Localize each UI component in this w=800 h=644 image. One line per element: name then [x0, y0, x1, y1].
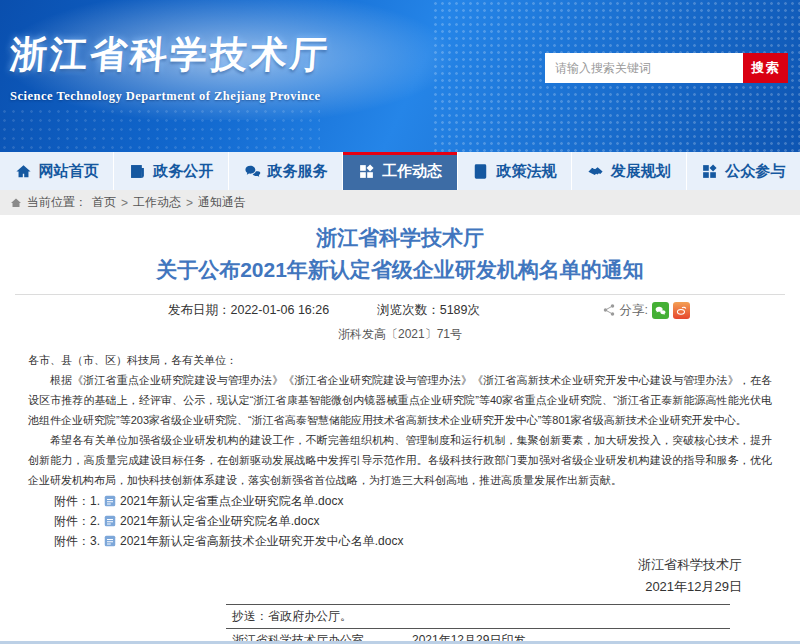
article-title: 浙江省科学技术厅 关于公布2021年新认定省级企业研发机构名单的通知	[28, 223, 772, 287]
search-bar: 搜索	[545, 53, 788, 83]
article-meta: 发布日期：2022-01-06 16:26 浏览次数：5189次 分享:	[28, 298, 772, 322]
site-header: 浙江省科学技术厅 Science Technology Department o…	[0, 0, 800, 152]
cc-line: 抄送：省政府办公厅。	[226, 605, 730, 629]
view-count-value: 5189次	[440, 303, 480, 317]
main-nav: 网站首页 政务公开 政务服务 工作动态 政策法规 发展规划 公众参与	[0, 152, 800, 190]
publish-date-label: 发布日期：	[168, 303, 231, 317]
nav-item-label: 网站首页	[39, 162, 99, 181]
document-lines-icon	[472, 163, 489, 180]
publish-date: 发布日期：2022-01-06 16:26	[168, 302, 329, 319]
print-date: 2021年12月29日印发	[412, 632, 525, 641]
share-label: 分享:	[620, 302, 648, 319]
attachment-label: 附件：3.	[54, 533, 100, 550]
newspaper-icon	[129, 163, 146, 180]
breadcrumb-item-work-news[interactable]: 工作动态	[133, 194, 181, 211]
doc-file-icon	[104, 535, 116, 547]
nav-item-work-news[interactable]: 工作动态	[343, 152, 457, 190]
dots-decoration	[0, 107, 320, 152]
grid-diamond-icon	[358, 163, 375, 180]
article: 浙江省科学技术厅 关于公布2021年新认定省级企业研发机构名单的通知 发布日期：…	[0, 215, 800, 641]
attachment-label: 附件：2.	[54, 513, 100, 530]
breadcrumb-item-home[interactable]: 首页	[92, 194, 116, 211]
search-input[interactable]	[545, 53, 743, 83]
nav-item-label: 发展规划	[611, 162, 671, 181]
breadcrumb-prefix: 当前位置：	[27, 194, 87, 211]
view-count: 浏览次数：5189次	[377, 302, 480, 319]
nav-item-gov-services[interactable]: 政务服务	[229, 152, 343, 190]
breadcrumb: 当前位置： 首页 > 工作动态 > 通知通告	[0, 190, 800, 215]
nav-item-label: 公众参与	[725, 162, 785, 181]
site-title: 浙江省科学技术厅	[8, 30, 331, 80]
nav-item-home[interactable]: 网站首页	[0, 152, 114, 190]
attachment-link[interactable]: 2021年新认定省企业研究院名单.docx	[120, 513, 319, 530]
print-line: 浙江省科学技术厅办公室 2021年12月29日印发	[226, 629, 730, 641]
page: 浙江省科学技术厅 Science Technology Department o…	[0, 0, 800, 644]
handshake-icon	[587, 163, 604, 180]
nav-item-label: 政策法规	[496, 162, 556, 181]
breadcrumb-separator: >	[121, 196, 128, 210]
doc-file-icon	[104, 495, 116, 507]
salutation: 各市、县（市、区）科技局，各有关单位：	[28, 350, 772, 370]
attachment-link[interactable]: 2021年新认定省重点企业研究院名单.docx	[120, 493, 343, 510]
nav-item-label: 政务服务	[268, 162, 328, 181]
attachment-label: 附件：1.	[54, 493, 100, 510]
grid-diamond-icon	[701, 163, 718, 180]
paragraph: 根据《浙江省重点企业研究院建设与管理办法》《浙江省企业研究院建设与管理办法》《浙…	[28, 370, 772, 430]
nav-item-gov-disclosure[interactable]: 政务公开	[114, 152, 228, 190]
share-widget: 分享:	[602, 302, 690, 319]
weibo-share-icon[interactable]	[673, 302, 690, 319]
attachment-link[interactable]: 2021年新认定省高新技术企业研究开发中心名单.docx	[120, 533, 403, 550]
share-icon	[602, 303, 616, 317]
nav-item-label: 工作动态	[382, 162, 442, 181]
breadcrumb-separator: >	[186, 196, 193, 210]
signature-block: 浙江省科学技术厅 2021年12月29日	[28, 554, 772, 598]
nav-item-policies[interactable]: 政策法规	[458, 152, 572, 190]
nav-item-development-plan[interactable]: 发展规划	[572, 152, 686, 190]
attachments-list: 附件：1. 2021年新认定省重点企业研究院名单.docx 附件：2. 2021…	[28, 491, 772, 551]
chat-bubbles-icon	[244, 163, 261, 180]
doc-file-icon	[104, 515, 116, 527]
document-number: 浙科发高〔2021〕71号	[28, 324, 772, 344]
wechat-share-icon[interactable]	[652, 302, 669, 319]
paragraph: 希望各有关单位加强省级企业研发机构的建设工作，不断完善组织机构、管理制度和运行机…	[28, 430, 772, 490]
view-count-label: 浏览次数：	[377, 303, 440, 317]
document-footer-box: 抄送：省政府办公厅。 浙江省科学技术厅办公室 2021年12月29日印发	[226, 604, 730, 641]
article-body: 各市、县（市、区）科技局，各有关单位： 根据《浙江省重点企业研究院建设与管理办法…	[28, 350, 772, 490]
search-button[interactable]: 搜索	[743, 53, 788, 83]
publish-date-value: 2022-01-06 16:26	[231, 303, 330, 317]
title-divider	[15, 294, 785, 295]
signature-org: 浙江省科学技术厅	[28, 554, 742, 576]
home-icon	[15, 163, 32, 180]
nav-item-public-participation[interactable]: 公众参与	[687, 152, 800, 190]
issuing-office: 浙江省科学技术厅办公室	[232, 632, 364, 641]
breadcrumb-item-notices[interactable]: 通知通告	[198, 194, 246, 211]
location-home-icon	[10, 197, 22, 209]
site-logo[interactable]: 浙江省科学技术厅 Science Technology Department o…	[10, 30, 330, 104]
attachment-row: 附件：3. 2021年新认定省高新技术企业研究开发中心名单.docx	[28, 531, 772, 551]
article-title-line1: 浙江省科学技术厅	[28, 223, 772, 253]
article-title-line2: 关于公布2021年新认定省级企业研发机构名单的通知	[28, 253, 772, 287]
site-subtitle: Science Technology Department of Zhejian…	[10, 89, 330, 104]
attachment-row: 附件：2. 2021年新认定省企业研究院名单.docx	[28, 511, 772, 531]
attachment-row: 附件：1. 2021年新认定省重点企业研究院名单.docx	[28, 491, 772, 511]
signature-date: 2021年12月29日	[28, 576, 742, 598]
nav-item-label: 政务公开	[153, 162, 213, 181]
